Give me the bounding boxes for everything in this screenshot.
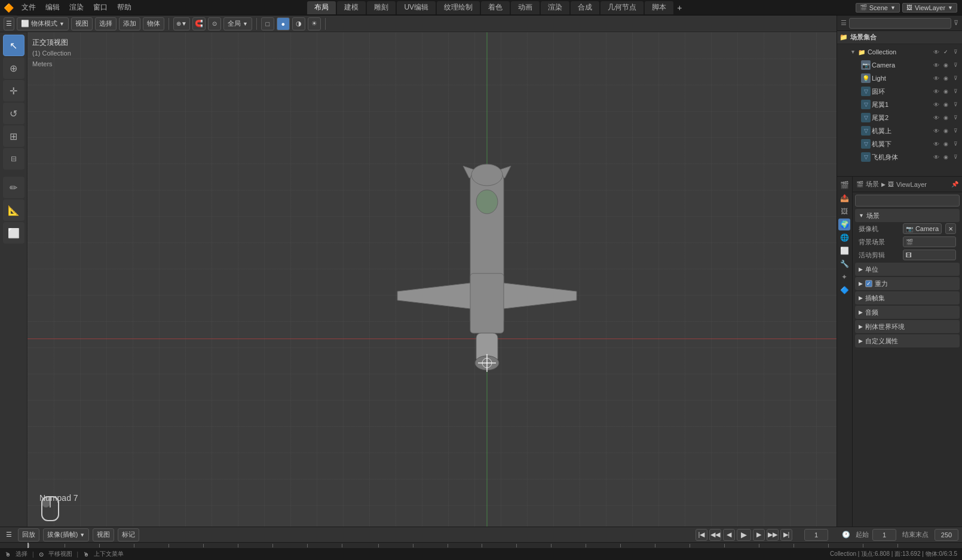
menu-window[interactable]: 窗口 — [88, 0, 112, 16]
snap-toggle[interactable]: 🧲 — [192, 17, 206, 30]
body-filter[interactable]: ⊽ — [951, 153, 960, 161]
outliner-light[interactable]: 💡 Light 👁 ◉ ⊽ — [837, 72, 962, 85]
wing2-filter[interactable]: ⊽ — [951, 113, 960, 122]
view-menu[interactable]: 视图 — [71, 17, 93, 30]
outliner-body[interactable]: ▽ 飞机身体 👁 ◉ ⊽ — [837, 150, 962, 164]
tl-prev-frame-btn[interactable]: ◀ — [723, 529, 735, 541]
circle-select[interactable]: ◉ — [942, 87, 950, 96]
camera-select[interactable]: ◉ — [942, 61, 950, 69]
measure-tool[interactable]: 📐 — [3, 199, 24, 221]
prop-search[interactable] — [855, 195, 960, 207]
wing1-select[interactable]: ◉ — [942, 100, 950, 109]
tab-uv[interactable]: UV编辑 — [397, 1, 436, 14]
wireframe-btn[interactable]: □ — [261, 17, 274, 30]
menu-render[interactable]: 渲染 — [65, 0, 88, 16]
tl-current-frame[interactable]: 1 — [804, 529, 828, 541]
audio-section-header[interactable]: ▶ 音频 — [855, 306, 960, 319]
collection-filter[interactable]: ⊽ — [951, 48, 960, 56]
prop-scene-icon[interactable]: 🌍 — [838, 219, 850, 230]
prop-pin-icon[interactable]: 📌 — [951, 181, 958, 187]
outliner-search[interactable] — [849, 18, 951, 29]
proportional-edit[interactable]: ⊙ — [208, 17, 221, 30]
tab-compositing[interactable]: 合成 — [571, 1, 599, 14]
topwing-filter[interactable]: ⊽ — [951, 127, 960, 135]
tl-mark-btn[interactable]: 标记 — [118, 528, 139, 541]
prop-view-layer-icon[interactable]: 🖼 — [838, 205, 850, 217]
tab-sculpt[interactable]: 雕刻 — [367, 1, 396, 14]
body-eye[interactable]: 👁 — [932, 153, 940, 161]
outliner-wing1[interactable]: ▽ 尾翼1 👁 ◉ ⊽ — [837, 98, 962, 111]
keyframes-section-header[interactable]: ▶ 插帧集 — [855, 291, 960, 304]
tl-end-frame[interactable]: 250 — [935, 529, 958, 541]
viewport[interactable]: 正交顶视图 (1) Collection Meters Y X Z — [27, 32, 946, 527]
rendered-btn[interactable]: ☀ — [308, 17, 321, 30]
tl-start-frame[interactable]: 1 — [872, 529, 896, 541]
wing2-eye[interactable]: 👁 — [932, 113, 940, 122]
outliner-topwing[interactable]: ▽ 机翼上 👁 ◉ ⊽ — [837, 124, 962, 137]
tab-rendering[interactable]: 渲染 — [541, 1, 569, 14]
tl-next-frame-btn[interactable]: ▶ — [753, 529, 765, 541]
playback-btn[interactable]: 回放 — [18, 528, 39, 541]
wing1-eye[interactable]: 👁 — [932, 100, 940, 109]
topwing-select[interactable]: ◉ — [942, 127, 950, 135]
tl-next-key-btn[interactable]: ▶▶ — [767, 529, 779, 541]
camera-x-btn[interactable]: ✕ — [945, 223, 956, 234]
light-eye[interactable]: 👁 — [932, 74, 940, 82]
annotate-tool[interactable]: ✏ — [3, 177, 24, 198]
botwing-eye[interactable]: 👁 — [932, 140, 940, 148]
tab-geonodes[interactable]: 几何节点 — [601, 1, 644, 14]
material-preview-btn[interactable]: ◑ — [292, 17, 305, 30]
tl-play-btn[interactable]: ▶ — [737, 529, 751, 541]
outliner-camera[interactable]: 📷 Camera 👁 ◉ ⊽ — [837, 59, 962, 72]
add-menu[interactable]: 添加 — [119, 17, 140, 30]
tab-scripting[interactable]: 脚本 — [645, 1, 673, 14]
prop-world-icon[interactable]: 🌐 — [838, 232, 850, 244]
menu-file[interactable]: 文件 — [17, 0, 41, 16]
cursor-tool[interactable]: ⊕ — [3, 57, 24, 79]
rotate-tool[interactable]: ↺ — [3, 103, 24, 124]
add-cube-tool[interactable]: ⬜ — [3, 222, 24, 244]
collection-eye[interactable]: 👁 — [932, 48, 940, 56]
body-select[interactable]: ◉ — [942, 153, 950, 161]
circle-eye[interactable]: 👁 — [932, 87, 940, 96]
rigidbody-section-header[interactable]: ▶ 刚体世界环境 — [855, 320, 960, 333]
botwing-select[interactable]: ◉ — [942, 140, 950, 148]
outliner-filter-icon[interactable]: ⊽ — [954, 19, 958, 27]
tl-prev-key-btn[interactable]: ◀◀ — [709, 529, 721, 541]
object-menu[interactable]: 物体 — [143, 17, 164, 30]
wing1-filter[interactable]: ⊽ — [951, 100, 960, 109]
outliner-collection[interactable]: ▼ 📁 Collection 👁 ✓ ⊽ — [837, 45, 962, 59]
prop-output-icon[interactable]: 📤 — [838, 192, 850, 204]
menu-edit[interactable]: 编辑 — [41, 0, 65, 16]
global-local[interactable]: 全局 ▼ — [223, 17, 252, 30]
circle-filter[interactable]: ⊽ — [951, 87, 960, 96]
tab-animation[interactable]: 动画 — [511, 1, 540, 14]
move-tool[interactable]: ✛ — [3, 80, 24, 101]
gravity-section-header[interactable]: ▶ ✓ 重力 — [855, 277, 960, 290]
tab-modeling[interactable]: 建模 — [337, 1, 366, 14]
add-workspace-btn[interactable]: + — [675, 0, 684, 16]
select-tool[interactable]: ↖ — [3, 35, 24, 56]
prop-particles-icon[interactable]: ✦ — [838, 271, 850, 283]
tab-texture-paint[interactable]: 纹理绘制 — [437, 1, 480, 14]
menu-help[interactable]: 帮助 — [112, 0, 136, 16]
scale-tool[interactable]: ⊞ — [3, 125, 24, 147]
prop-object-icon[interactable]: ⬜ — [838, 245, 850, 257]
camera-prop-value[interactable]: 📷 Camera — [903, 223, 942, 234]
solid-btn[interactable]: ● — [277, 17, 290, 30]
select-menu[interactable]: 选择 — [95, 17, 117, 30]
timeline-menu-btn[interactable]: ☰ — [4, 528, 14, 541]
tab-shading[interactable]: 着色 — [481, 1, 510, 14]
prop-render-icon[interactable]: 🎬 — [838, 179, 850, 191]
gravity-checkbox[interactable]: ✓ — [865, 280, 872, 287]
bg-scene-value[interactable]: 🎬 — [903, 236, 956, 247]
collection-check[interactable]: ✓ — [942, 48, 950, 56]
outliner-wing2[interactable]: ▽ 尾翼2 👁 ◉ ⊽ — [837, 111, 962, 124]
transform-tool[interactable]: ⊟ — [3, 148, 24, 170]
header-menu-btn[interactable]: ☰ — [4, 17, 14, 30]
tab-layout[interactable]: 布局 — [307, 1, 336, 14]
botwing-filter[interactable]: ⊽ — [951, 140, 960, 148]
scene-section-header[interactable]: ▼ 场景 — [855, 209, 960, 222]
mode-selector[interactable]: ⬜ 物体模式 ▼ — [17, 17, 69, 30]
outliner-circle[interactable]: ▽ 圆环 👁 ◉ ⊽ — [837, 85, 962, 98]
